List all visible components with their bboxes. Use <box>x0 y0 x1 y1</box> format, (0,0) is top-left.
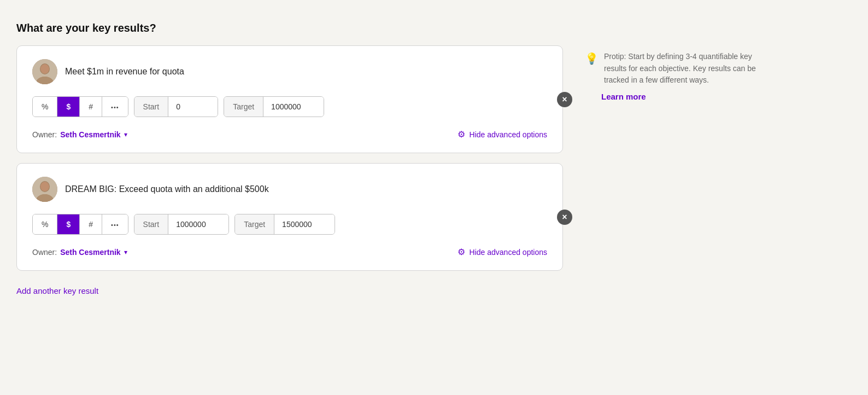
owner-prefix-2: Owner: <box>32 248 57 257</box>
advanced-options-2[interactable]: ⚙ Hide advanced options <box>458 247 547 257</box>
key-result-card-1: Meet $1m in revenue for quota % $ # ••• … <box>16 45 563 153</box>
type-btn-more-2[interactable]: ••• <box>102 214 128 234</box>
owner-section-1: Owner: Seth Cesmertnik ▾ <box>32 130 127 139</box>
learn-more-link[interactable]: Learn more <box>601 92 771 101</box>
owner-prefix-1: Owner: <box>32 130 57 139</box>
main-layout: Meet $1m in revenue for quota % $ # ••• … <box>16 45 852 299</box>
gear-icon-2: ⚙ <box>458 247 465 257</box>
start-field-group-2: Start <box>134 214 230 235</box>
page-title: What are your key results? <box>16 22 852 34</box>
dots-icon-2: ••• <box>111 222 119 228</box>
target-field-group-2: Target <box>234 214 335 235</box>
avatar-1 <box>32 59 57 84</box>
svg-point-3 <box>40 64 49 74</box>
key-result-title-1: Meet $1m in revenue for quota <box>65 67 184 77</box>
target-label-1: Target <box>224 97 263 117</box>
card-footer-1: Owner: Seth Cesmertnik ▾ ⚙ Hide advanced… <box>32 129 547 140</box>
type-btn-hash-1[interactable]: # <box>80 97 102 117</box>
type-btn-more-1[interactable]: ••• <box>102 97 128 117</box>
gear-icon-1: ⚙ <box>458 129 465 140</box>
owner-section-2: Owner: Seth Cesmertnik ▾ <box>32 248 127 257</box>
advanced-options-1[interactable]: ⚙ Hide advanced options <box>458 129 547 140</box>
page-container: What are your key results? Meet $ <box>16 22 852 299</box>
protip-text: Protip: Start by defining 3-4 quantifiab… <box>604 51 771 86</box>
metric-controls-1: % $ # ••• Start Target <box>32 96 547 117</box>
start-label-1: Start <box>134 97 169 117</box>
metric-controls-2: % $ # ••• Start Target <box>32 214 547 235</box>
target-field-group-1: Target <box>224 96 324 117</box>
card-header-1: Meet $1m in revenue for quota <box>32 59 547 84</box>
type-selector-1: % $ # ••• <box>32 96 128 117</box>
type-btn-hash-2[interactable]: # <box>80 214 102 234</box>
start-label-2: Start <box>134 214 169 234</box>
close-button-2[interactable]: × <box>557 210 572 225</box>
key-results-section: Meet $1m in revenue for quota % $ # ••• … <box>16 45 563 299</box>
type-btn-percent-2[interactable]: % <box>33 214 57 234</box>
protip-section: 💡 Protip: Start by defining 3-4 quantifi… <box>585 45 771 101</box>
type-btn-dollar-2[interactable]: $ <box>57 214 80 234</box>
card-footer-2: Owner: Seth Cesmertnik ▾ ⚙ Hide advanced… <box>32 247 547 257</box>
advanced-label-1: Hide advanced options <box>470 130 547 139</box>
protip-header: 💡 Protip: Start by defining 3-4 quantifi… <box>585 51 771 86</box>
start-input-1[interactable] <box>168 97 218 117</box>
add-key-result-button[interactable]: Add another key result <box>16 283 98 299</box>
owner-chevron-2[interactable]: ▾ <box>124 248 127 256</box>
target-input-2[interactable] <box>274 214 335 234</box>
owner-name-2[interactable]: Seth Cesmertnik <box>60 248 120 257</box>
key-result-card-2: DREAM BIG: Exceed quota with an addition… <box>16 163 563 271</box>
start-field-group-1: Start <box>134 96 219 117</box>
avatar-2 <box>32 177 57 202</box>
bulb-icon: 💡 <box>585 52 599 65</box>
type-selector-2: % $ # ••• <box>32 214 128 235</box>
target-input-1[interactable] <box>263 97 324 117</box>
card-header-2: DREAM BIG: Exceed quota with an addition… <box>32 177 547 202</box>
target-label-2: Target <box>235 214 274 234</box>
type-btn-percent-1[interactable]: % <box>33 97 57 117</box>
close-button-1[interactable]: × <box>557 92 572 107</box>
owner-name-1[interactable]: Seth Cesmertnik <box>60 130 120 139</box>
advanced-label-2: Hide advanced options <box>470 248 547 257</box>
dots-icon-1: ••• <box>111 104 119 111</box>
svg-point-8 <box>40 182 49 191</box>
key-result-title-2: DREAM BIG: Exceed quota with an addition… <box>65 184 269 194</box>
type-btn-dollar-1[interactable]: $ <box>57 97 80 117</box>
start-input-2[interactable] <box>168 214 228 234</box>
owner-chevron-1[interactable]: ▾ <box>124 131 127 138</box>
